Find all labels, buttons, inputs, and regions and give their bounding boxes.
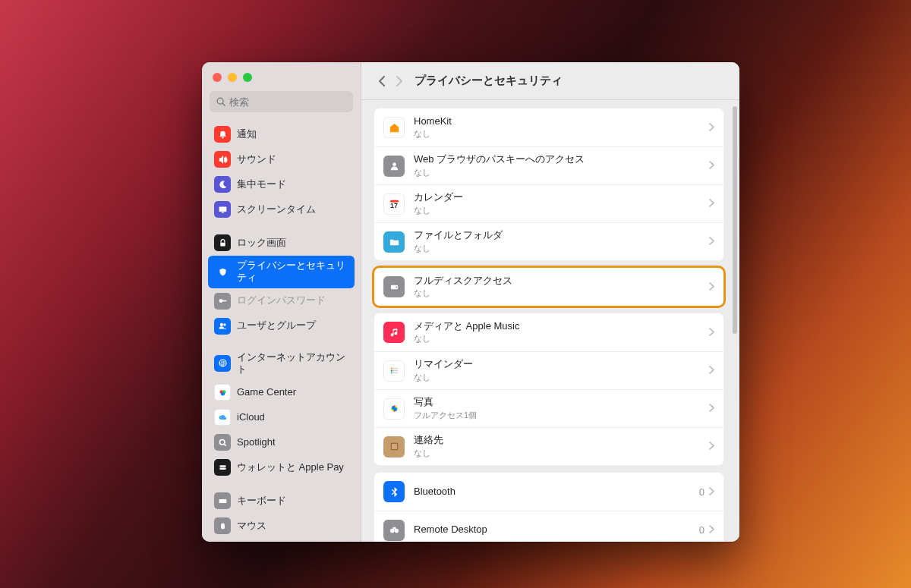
close-window-button[interactable]	[213, 73, 222, 82]
homekit-icon	[383, 117, 405, 138]
sidebar-item-users[interactable]: ユーザとグループ	[208, 314, 355, 338]
sidebar-item-label: 通知	[237, 128, 348, 140]
scrollbar-thumb[interactable]	[733, 106, 737, 334]
row-fulldisk[interactable]: フルディスクアクセスなし	[374, 268, 723, 306]
sidebar-item-lockscreen[interactable]: ロック画面	[208, 231, 355, 255]
focus-icon	[214, 176, 231, 193]
chevron-left-icon	[379, 76, 386, 86]
svg-rect-31	[392, 370, 398, 371]
files-icon	[383, 231, 405, 253]
row-title: HomeKit	[414, 115, 705, 127]
svg-rect-3	[221, 212, 223, 212]
search-icon	[216, 96, 226, 107]
settings-card: メディアと Apple Musicなしリマインダーなし写真フルアクセス1個連絡先…	[374, 313, 724, 466]
row-subtitle: なし	[414, 448, 705, 459]
svg-rect-30	[392, 368, 398, 369]
row-title: 写真	[414, 396, 705, 408]
chevron-right-icon	[709, 327, 714, 338]
row-title: Bluetooth	[414, 486, 699, 498]
svg-rect-41	[392, 527, 396, 530]
row-title: ファイルとフォルダ	[414, 229, 705, 241]
sidebar-item-label: ログインパスワード	[237, 294, 348, 307]
sidebar-item-label: サウンド	[237, 153, 348, 165]
remote-icon	[383, 520, 405, 541]
row-count: 0	[699, 486, 705, 498]
row-contacts[interactable]: 連絡先なし	[374, 427, 723, 465]
minimize-window-button[interactable]	[228, 73, 237, 82]
users-icon	[214, 318, 231, 335]
row-subtitle: なし	[414, 128, 705, 140]
svg-point-27	[390, 368, 392, 369]
row-title: Remote Desktop	[414, 524, 699, 536]
zoom-window-button[interactable]	[243, 73, 252, 82]
sidebar-item-gamecenter[interactable]: Game Center	[208, 380, 355, 404]
chevron-right-icon	[709, 160, 714, 171]
sidebar-item-notifications[interactable]: 通知	[208, 122, 355, 146]
back-button[interactable]	[374, 71, 390, 92]
sidebar-item-keyboard[interactable]: キーボード	[208, 489, 355, 513]
chevron-right-icon	[709, 486, 714, 498]
gamecenter-icon	[214, 384, 231, 401]
window-controls	[202, 62, 361, 88]
svg-point-7	[219, 323, 222, 326]
row-title: Web ブラウザのパスキーへのアクセス	[414, 153, 705, 165]
sidebar-item-sound[interactable]: サウンド	[208, 147, 355, 171]
sidebar-item-screentime[interactable]: スクリーンタイム	[208, 197, 355, 222]
row-bluetooth[interactable]: Bluetooth0	[374, 473, 723, 511]
row-subtitle: なし	[414, 372, 705, 383]
sidebar-item-spotlight[interactable]: Spotlight	[208, 430, 355, 454]
notifications-icon	[214, 126, 231, 143]
row-title: カレンダー	[414, 191, 705, 203]
row-title: フルディスクアクセス	[414, 275, 705, 287]
sidebar-item-wallet[interactable]: ウォレットと Apple Pay	[208, 455, 355, 480]
search-input[interactable]	[229, 96, 347, 108]
row-subtitle: なし	[414, 243, 705, 254]
sound-icon	[214, 151, 231, 168]
sidebar-item-loginpw[interactable]: ログインパスワード	[208, 289, 355, 313]
sidebar-nav: 通知サウンド集中モードスクリーンタイムロック画面プライバシーとセキュリティログイ…	[202, 120, 361, 542]
sidebar-item-label: iCloud	[237, 411, 348, 423]
row-files[interactable]: ファイルとフォルダなし	[374, 222, 723, 260]
row-subtitle: フルアクセス1個	[414, 410, 705, 421]
svg-point-22	[392, 162, 396, 166]
sidebar-item-label: プライバシーとセキュリティ	[237, 259, 348, 285]
lockscreen-icon	[214, 234, 231, 251]
sidebar-item-internet[interactable]: @インターネットアカウント	[208, 347, 355, 380]
row-title: リマインダー	[414, 358, 705, 370]
spotlight-icon	[214, 434, 231, 451]
row-title: メディアと Apple Music	[414, 320, 705, 332]
row-media[interactable]: メディアと Apple Musicなし	[374, 313, 723, 351]
sidebar-item-mouse[interactable]: マウス	[208, 514, 355, 538]
row-remote[interactable]: Remote Desktop0	[374, 511, 723, 542]
loginpw-icon	[214, 293, 231, 310]
titlebar: プライバシーとセキュリティ	[361, 62, 739, 100]
chevron-right-icon	[709, 122, 714, 134]
passkeys-icon	[383, 156, 405, 177]
sidebar-item-label: キーボード	[237, 495, 348, 507]
internet-icon: @	[214, 355, 231, 372]
content-scroll[interactable]: HomeKitなしWeb ブラウザのパスキーへのアクセスなし17カレンダーなしフ…	[361, 100, 739, 542]
sidebar-item-label: インターネットアカウント	[237, 351, 348, 376]
row-calendar[interactable]: 17カレンダーなし	[374, 184, 723, 222]
row-passkeys[interactable]: Web ブラウザのパスキーへのアクセスなし	[374, 146, 723, 184]
chevron-right-icon	[709, 198, 714, 209]
photos-icon	[383, 398, 405, 420]
search-field[interactable]	[210, 91, 353, 112]
sidebar-item-label: Game Center	[237, 386, 348, 398]
settings-card: Bluetooth0Remote Desktop0	[374, 472, 724, 542]
forward-button	[390, 71, 407, 92]
svg-point-13	[221, 391, 225, 395]
wallet-icon	[214, 459, 231, 476]
sidebar-item-privacy[interactable]: プライバシーとセキュリティ	[208, 256, 355, 288]
calendar-icon: 17	[383, 193, 405, 215]
row-homekit[interactable]: HomeKitなし	[374, 108, 723, 146]
sidebar-item-printers[interactable]: プリンタとスキャナ	[208, 539, 355, 542]
svg-point-14	[219, 439, 225, 445]
sidebar-item-icloud[interactable]: iCloud	[208, 405, 355, 429]
screentime-icon	[214, 201, 231, 218]
row-reminders[interactable]: リマインダーなし	[374, 351, 723, 389]
row-photos[interactable]: 写真フルアクセス1個	[374, 389, 723, 427]
svg-line-1	[222, 103, 225, 105]
row-subtitle: なし	[414, 333, 705, 344]
sidebar-item-focus[interactable]: 集中モード	[208, 172, 355, 197]
